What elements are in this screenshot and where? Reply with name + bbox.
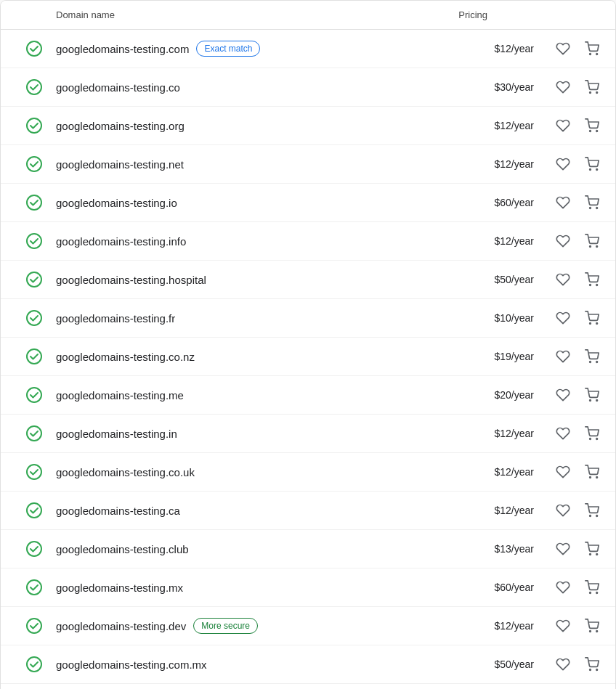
availability-check-icon — [12, 579, 56, 596]
price-cell: $12/year — [415, 120, 546, 131]
availability-check-icon — [12, 617, 56, 635]
actions-cell — [546, 152, 604, 176]
domain-name-cell: googledomains-testing.io — [56, 197, 415, 209]
availability-check-icon — [12, 194, 56, 211]
wishlist-button[interactable] — [551, 345, 575, 368]
domain-base: googledomains-testing — [56, 120, 166, 132]
domain-name-cell: googledomains-testing.comExact match — [56, 41, 415, 57]
wishlist-button[interactable] — [551, 37, 575, 60]
domain-name-cell: googledomains-testing.org — [56, 120, 415, 132]
domain-base: googledomains-testing — [56, 389, 166, 401]
table-row: googledomains-testing.com.mx$50/year — [1, 645, 615, 684]
cart-icon — [585, 465, 599, 479]
wishlist-button[interactable] — [551, 537, 575, 560]
add-to-cart-button[interactable] — [580, 653, 604, 676]
add-to-cart-button[interactable] — [580, 306, 604, 330]
wishlist-button[interactable] — [551, 614, 575, 637]
header-domain: Domain name — [56, 9, 400, 20]
wishlist-button[interactable] — [551, 383, 575, 407]
domain-tld: .com — [166, 43, 190, 55]
add-to-cart-button[interactable] — [580, 614, 604, 637]
actions-cell — [546, 268, 604, 291]
wishlist-button[interactable] — [551, 653, 575, 676]
svg-point-4 — [590, 92, 591, 94]
heart-icon — [556, 619, 570, 633]
wishlist-button[interactable] — [551, 76, 575, 99]
cart-icon — [585, 272, 599, 287]
svg-point-1 — [590, 54, 591, 55]
add-to-cart-button[interactable] — [580, 229, 604, 253]
svg-point-6 — [27, 118, 41, 133]
cart-icon — [585, 234, 599, 248]
svg-point-38 — [596, 515, 598, 517]
add-to-cart-button[interactable] — [580, 460, 604, 484]
add-to-cart-button[interactable] — [580, 345, 604, 368]
domain-name-cell: googledomains-testing.hospital — [56, 274, 415, 286]
header-status — [12, 9, 56, 20]
domain-name-cell: googledomains-testing.club — [56, 543, 415, 555]
table-row: googledomains-testing.org$12/year — [1, 107, 615, 145]
add-to-cart-button[interactable] — [580, 499, 604, 522]
wishlist-button[interactable] — [551, 422, 575, 445]
wishlist-button[interactable] — [551, 460, 575, 484]
add-to-cart-button[interactable] — [580, 537, 604, 560]
svg-point-47 — [596, 631, 598, 632]
add-to-cart-button[interactable] — [580, 268, 604, 291]
table-row: googledomains-testing.ca$12/year — [1, 492, 615, 530]
add-to-cart-button[interactable] — [580, 576, 604, 599]
heart-icon — [556, 349, 570, 364]
domain-base: googledomains-testing — [56, 582, 166, 594]
price-cell: $20/year — [415, 389, 546, 401]
more-secure-badge: More secure — [193, 618, 258, 634]
table-row: googledomains-testing.co$30/year — [1, 68, 615, 107]
cart-icon — [585, 349, 599, 364]
actions-cell — [546, 653, 604, 676]
domain-text: googledomains-testing.io — [56, 197, 177, 209]
price-cell: $50/year — [415, 274, 546, 285]
heart-icon — [556, 118, 570, 133]
wishlist-button[interactable] — [551, 191, 575, 214]
heart-icon — [556, 41, 570, 56]
domain-tld: .in — [166, 428, 177, 440]
domain-base: googledomains-testing — [56, 235, 166, 248]
wishlist-button[interactable] — [551, 229, 575, 253]
wishlist-button[interactable] — [551, 268, 575, 291]
wishlist-button[interactable] — [551, 576, 575, 599]
domain-text: googledomains-testing.mx — [56, 582, 183, 594]
domain-text: googledomains-testing.hospital — [56, 274, 206, 286]
wishlist-button[interactable] — [551, 152, 575, 176]
svg-point-18 — [27, 272, 41, 287]
domain-tld: .com.mx — [166, 659, 207, 671]
domain-base: googledomains-testing — [56, 197, 166, 209]
domain-name-cell: googledomains-testing.co.nz — [56, 351, 415, 363]
price-cell: $60/year — [415, 197, 546, 208]
cart-icon — [585, 311, 599, 325]
heart-icon — [556, 157, 570, 171]
actions-cell — [546, 576, 604, 599]
wishlist-button[interactable] — [551, 499, 575, 522]
svg-point-7 — [590, 131, 591, 132]
domain-name-cell: googledomains-testing.net — [56, 158, 415, 171]
add-to-cart-button[interactable] — [580, 76, 604, 99]
table-row: googledomains-testing.hospital$50/year — [1, 261, 615, 299]
table-body: googledomains-testing.comExact match$12/… — [1, 30, 615, 689]
price-cell: $12/year — [415, 158, 546, 170]
add-to-cart-button[interactable] — [580, 383, 604, 407]
svg-point-2 — [596, 54, 598, 55]
domain-tld: .co — [166, 81, 180, 94]
table-row: googledomains-testing.in$12/year — [1, 415, 615, 453]
svg-point-27 — [27, 388, 41, 402]
actions-cell — [546, 383, 604, 407]
add-to-cart-button[interactable] — [580, 37, 604, 60]
table-row: googledomains-testing.co.uk$12/year — [1, 453, 615, 492]
add-to-cart-button[interactable] — [580, 152, 604, 176]
add-to-cart-button[interactable] — [580, 114, 604, 137]
actions-cell — [546, 229, 604, 253]
availability-check-icon — [12, 155, 56, 173]
price-cell: $12/year — [415, 235, 546, 247]
domain-name-cell: googledomains-testing.devMore secure — [56, 618, 415, 634]
wishlist-button[interactable] — [551, 306, 575, 330]
add-to-cart-button[interactable] — [580, 191, 604, 214]
add-to-cart-button[interactable] — [580, 422, 604, 445]
wishlist-button[interactable] — [551, 114, 575, 137]
